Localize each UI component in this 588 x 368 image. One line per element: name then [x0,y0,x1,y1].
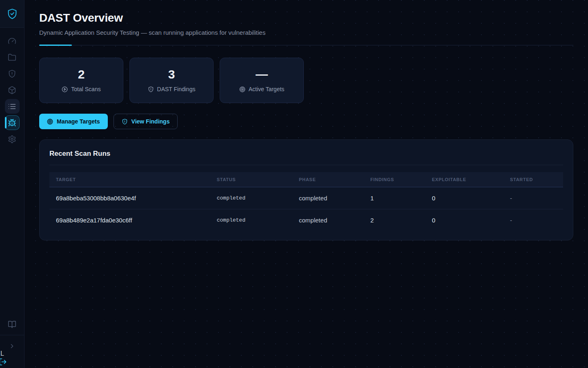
divider [49,165,563,165]
cell-started: - [503,209,563,231]
page-subtitle: Dynamic Application Security Testing — s… [39,29,573,36]
app-logo[interactable] [0,0,24,28]
divider [0,335,24,335]
title-divider [39,45,573,46]
cell-exploitable: 0 [425,209,503,231]
play-circle-icon [62,86,68,92]
cell-phase: completed [292,187,364,209]
stat-label: Total Scans [71,86,100,92]
shield-check-icon [7,8,18,20]
view-findings-label: View Findings [131,118,170,125]
target-icon [47,119,53,125]
stats-row: 2 Total Scans 3 [39,58,573,103]
sidebar-item-dast[interactable] [5,115,20,130]
sidebar-item-findings[interactable] [5,66,20,81]
main-content: DAST Overview Dynamic Application Securi… [24,0,588,368]
manage-targets-button[interactable]: Manage Targets [39,114,108,129]
shield-alert-icon [122,119,128,125]
book-open-icon [8,320,16,329]
shield-alert-icon [148,86,154,92]
stat-card-total-scans: 2 Total Scans [39,58,123,103]
cell-target: 69a8b489e2a17fda0e30c6ff [49,209,210,231]
bug-icon [8,119,16,127]
cell-started: - [503,187,563,209]
cell-findings: 2 [364,209,425,231]
stat-card-dast-findings: 3 DAST Findings [129,58,214,103]
table-row: 69a8beba53008bb8a0630e4f completed compl… [49,187,563,209]
sidebar [0,0,24,368]
stat-card-active-targets: — Active Targets [220,58,304,103]
sidebar-item-docs[interactable] [5,317,20,332]
stat-value: 2 [78,68,85,81]
chevron-right-icon [9,343,16,350]
active-indicator [5,117,7,128]
recent-scan-runs-card: Recent Scan Runs TARGET STATUS PHASE FIN… [39,139,573,240]
column-header-status: STATUS [210,172,292,187]
view-findings-button[interactable]: View Findings [114,114,178,129]
folder-icon [8,53,16,62]
column-header-findings: FINDINGS [364,172,425,187]
sidebar-collapse-button[interactable] [5,339,20,353]
logout-button[interactable] [0,358,7,366]
app-root: L DAST Overview Dynamic Application Secu… [0,0,588,368]
target-icon [239,86,245,92]
sidebar-item-packages[interactable] [5,83,20,97]
shield-alert-icon [8,70,16,78]
sidebar-item-settings[interactable] [5,132,20,146]
cell-target: 69a8beba53008bb8a0630e4f [49,187,210,209]
table-header-row: TARGET STATUS PHASE FINDINGS EXPLOITABLE… [49,172,563,187]
table-row: 69a8b489e2a17fda0e30c6ff completed compl… [49,209,563,231]
actions-row: Manage Targets View Findings [39,114,573,129]
list-icon [8,102,16,111]
stat-value: — [256,68,268,81]
cell-status: completed [210,209,292,231]
gauge-icon [8,37,16,45]
sidebar-nav [0,28,24,146]
column-header-phase: PHASE [292,172,364,187]
stat-value: 3 [168,68,175,81]
cell-findings: 1 [364,187,425,209]
cell-status: completed [210,187,292,209]
stat-label: Active Targets [249,86,285,92]
column-header-target: TARGET [49,172,210,187]
stat-label: DAST Findings [157,86,196,92]
logout-icon [0,358,7,366]
scan-runs-table: TARGET STATUS PHASE FINDINGS EXPLOITABLE… [49,172,563,231]
package-icon [8,86,16,94]
sidebar-item-projects[interactable] [5,50,20,65]
cell-phase: completed [292,209,364,231]
column-header-started: STARTED [503,172,563,187]
gear-icon [8,135,16,144]
corner-label: L [0,350,4,357]
manage-targets-label: Manage Targets [57,118,100,125]
sidebar-item-dashboard[interactable] [5,34,20,48]
page-title: DAST Overview [39,11,573,25]
cell-exploitable: 0 [425,187,503,209]
column-header-exploitable: EXPLOITABLE [425,172,503,187]
table-title: Recent Scan Runs [49,150,563,158]
sidebar-item-scan-list[interactable] [5,99,20,114]
